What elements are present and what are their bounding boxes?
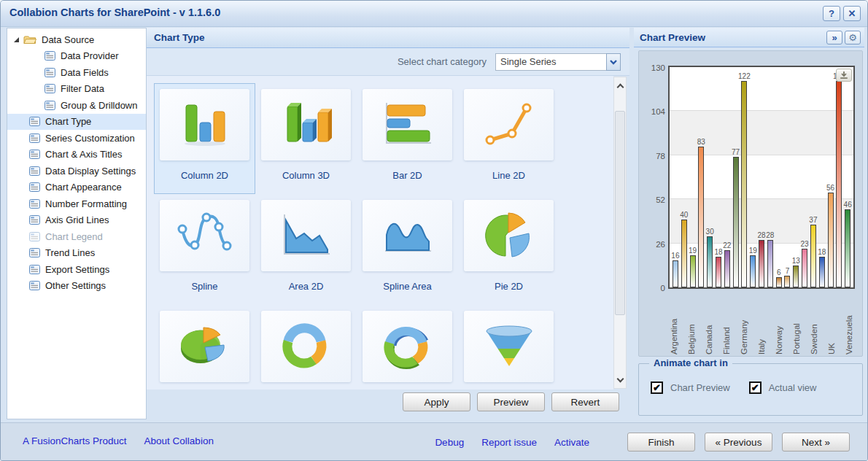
sidebar-item-chart-appearance[interactable]: Chart Appearance: [7, 179, 146, 196]
about-collabion-link[interactable]: About Collabion: [144, 435, 214, 446]
sidebar-item-label: Chart Type: [45, 116, 91, 127]
settings-page-icon: [29, 281, 40, 290]
bar: [810, 225, 816, 287]
chart-preview-checkbox[interactable]: ✔: [651, 381, 663, 394]
x-axis-label: Sweden: [810, 293, 818, 355]
animate-chart-group: Animate chart in ✔ Chart Preview ✔ Actua…: [638, 363, 863, 416]
x-axis-label: Argentina: [670, 293, 678, 355]
sidebar-item-data-provider[interactable]: Data Provider: [7, 48, 146, 65]
settings-page-icon: [29, 182, 40, 192]
footer-right-cluster: Debug Report issue Activate Finish « Pre…: [435, 433, 850, 452]
tree-expander-icon[interactable]: [14, 37, 19, 42]
close-button[interactable]: ✕: [843, 6, 861, 21]
bar-value-label: 16: [671, 252, 679, 260]
x-axis-label: Finland: [722, 293, 731, 355]
sidebar-item-data-fields[interactable]: Data Fields: [7, 64, 146, 81]
previous-button[interactable]: « Previous: [705, 433, 772, 452]
chevron-down-icon[interactable]: [606, 53, 621, 71]
fusioncharts-product-link[interactable]: A FusionCharts Product: [23, 435, 127, 446]
settings-page-icon: [44, 101, 55, 110]
sidebar-item-label: Data Source: [42, 34, 94, 45]
apply-button[interactable]: Apply: [403, 392, 470, 411]
sidebar-item-data-display-settings[interactable]: Data Display Settings: [7, 163, 146, 179]
pie-3d-icon: [160, 311, 249, 382]
sidebar-item-group-drilldown[interactable]: Group & Drilldown: [7, 97, 146, 114]
chart-type-tile-doughnut-2d[interactable]: [255, 305, 357, 390]
chart-type-tile-spline-area[interactable]: Spline Area: [357, 194, 458, 305]
bar-slot: 19: [748, 247, 757, 287]
debug-link[interactable]: Debug: [435, 437, 464, 448]
next-button[interactable]: Next »: [782, 433, 850, 452]
bar-slot: 19: [689, 247, 697, 287]
bar-value-label: 18: [714, 248, 722, 256]
bar-value-label: 6: [777, 268, 781, 276]
chart-category-value[interactable]: Single Series: [495, 53, 606, 71]
bar-slot: 23: [800, 240, 809, 287]
chart-category-select[interactable]: Single Series: [495, 53, 621, 71]
help-button[interactable]: ?: [823, 6, 840, 21]
chart-grid-scrollbar[interactable]: [613, 77, 627, 389]
y-axis-tick-label: 52: [643, 195, 665, 204]
spline-area-icon: [363, 200, 452, 271]
sidebar-item-chart-type[interactable]: Chart Type: [7, 114, 146, 131]
sidebar-item-export-settings[interactable]: Export Settings: [7, 261, 146, 278]
chart-type-tile-funnel[interactable]: [458, 305, 559, 390]
bar: [724, 250, 730, 287]
x-axis-label: Italy: [757, 293, 766, 355]
bar-slot: 18: [714, 248, 723, 287]
bar-slot: 122: [740, 72, 749, 287]
sidebar-item-series-customization[interactable]: Series Customization: [7, 130, 146, 147]
bar: [759, 240, 764, 287]
finish-button[interactable]: Finish: [627, 433, 695, 452]
download-icon[interactable]: [836, 69, 852, 82]
chart-type-tile-pie-3d[interactable]: [154, 305, 255, 390]
actual-view-checkbox-label: Actual view: [769, 382, 817, 393]
scrollbar-thumb[interactable]: [615, 111, 625, 315]
sidebar-item-chart-axis-titles[interactable]: Chart & Axis Titles: [7, 147, 146, 163]
report-issue-link[interactable]: Report issue: [481, 437, 537, 448]
bar-slot: 77: [732, 148, 740, 287]
bar-value-label: 77: [732, 148, 740, 156]
chart-type-tile-line-2d[interactable]: Line 2D: [458, 83, 559, 194]
sidebar-item-filter-data[interactable]: Filter Data: [7, 81, 146, 98]
preview-button[interactable]: Preview: [477, 392, 545, 411]
scroll-up-icon[interactable]: [614, 77, 626, 93]
y-axis-tick-label: 104: [643, 107, 665, 116]
x-axis-label: UK: [827, 293, 836, 355]
settings-page-icon: [44, 84, 55, 93]
sidebar-item-number-formatting[interactable]: Number Formatting: [7, 195, 146, 212]
sidebar-item-axis-grid-lines[interactable]: Axis Grid Lines: [7, 212, 146, 229]
settings-page-icon: [29, 117, 40, 126]
gear-icon[interactable]: ⚙: [845, 31, 861, 44]
sidebar-item-data-source[interactable]: Data Source: [7, 31, 146, 48]
actual-view-checkbox[interactable]: ✔: [749, 381, 762, 394]
revert-button[interactable]: Revert: [551, 392, 619, 411]
chart-type-tile-bar-2d[interactable]: Bar 2D: [357, 83, 458, 194]
activate-link[interactable]: Activate: [554, 437, 589, 448]
bar-slot: 83: [697, 138, 705, 287]
chart-type-tile-area-2d[interactable]: Area 2D: [255, 194, 357, 305]
bar-value-label: 56: [826, 184, 834, 192]
bar-value-label: 37: [809, 216, 817, 224]
chart-type-tile-column-3d[interactable]: Column 3D: [255, 83, 357, 194]
chart-type-tile-spline[interactable]: Spline: [154, 194, 255, 305]
chart-type-tile-doughnut-3d[interactable]: [357, 305, 458, 390]
x-axis-label: Belgium: [687, 293, 696, 355]
column-2d-icon: [160, 89, 249, 160]
bar-2d-icon: [363, 89, 452, 160]
chart-category-label: Select chart category: [398, 56, 487, 67]
sidebar-item-other-settings[interactable]: Other Settings: [7, 278, 146, 295]
chart-type-tile-pie-2d[interactable]: Pie 2D: [458, 194, 559, 305]
chart-type-tile-label: Spline Area: [383, 281, 432, 292]
spline-icon: [160, 200, 249, 271]
bar: [707, 236, 713, 287]
sidebar-item-trend-lines[interactable]: Trend Lines: [7, 245, 146, 262]
bar-value-label: 7: [786, 267, 790, 275]
settings-navigation-tree: Data SourceData ProviderData FieldsFilte…: [7, 28, 147, 419]
collapse-panel-button[interactable]: »: [826, 31, 842, 44]
chart-type-tile-column-2d[interactable]: Column 2D: [154, 83, 255, 194]
bar-slot: 122: [834, 72, 843, 287]
scroll-down-icon[interactable]: [614, 372, 626, 388]
funnel-icon: [464, 311, 554, 382]
bar-slot: 7: [783, 267, 792, 287]
